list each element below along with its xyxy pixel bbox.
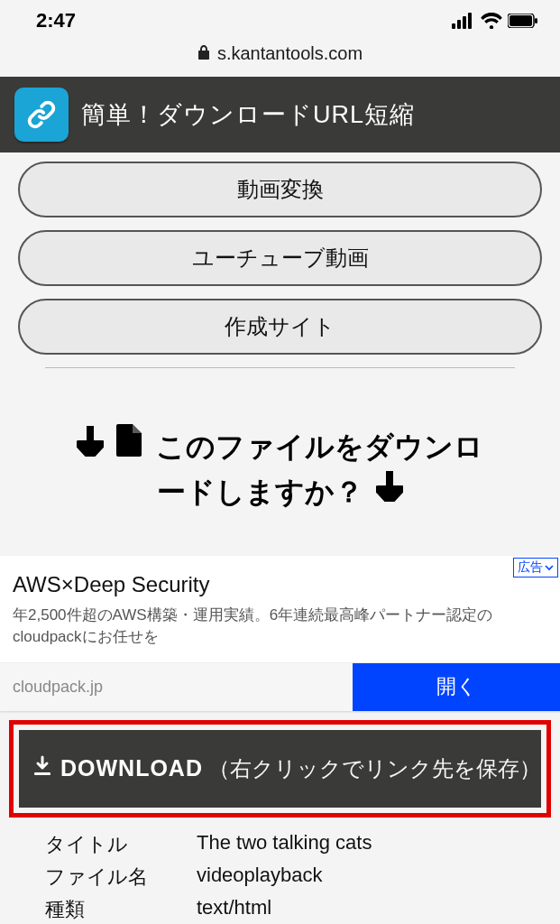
meta-value: The two talking cats <box>197 831 372 858</box>
prompt-line2: ードしますか？ <box>157 470 363 515</box>
nav-label: ユーチューブ動画 <box>192 244 369 273</box>
file-meta: タイトル The two talking cats ファイル名 videopla… <box>0 825 560 924</box>
svg-rect-7 <box>34 772 50 775</box>
ad-card: 広告 AWS×Deep Security 年2,500件超のAWS構築・運用実績… <box>0 556 560 711</box>
meta-key: タイトル <box>45 831 162 858</box>
ad-domain: cloudpack.jp <box>0 663 353 711</box>
nav-label: 動画変換 <box>237 175 324 204</box>
meta-row: ファイル名 videoplayback <box>45 861 560 893</box>
browser-host: s.kantantools.com <box>217 43 363 64</box>
arrow-down-icon <box>77 425 104 470</box>
chevron-down-icon <box>545 560 554 575</box>
download-hint: （右クリックでリンク先を保存） <box>208 754 541 783</box>
svg-rect-6 <box>535 18 537 23</box>
svg-rect-5 <box>510 15 532 26</box>
arrow-down-icon <box>376 470 403 515</box>
ad-open-button[interactable]: 開く <box>353 663 560 711</box>
wifi-icon <box>481 13 502 29</box>
svg-rect-1 <box>457 20 461 29</box>
ad-badge-label: 広告 <box>518 559 543 576</box>
meta-value: text/html <box>197 896 271 923</box>
battery-icon <box>508 14 538 28</box>
meta-value: videoplayback <box>197 864 322 891</box>
status-time: 2:47 <box>36 9 76 32</box>
nav-item-video-convert[interactable]: 動画変換 <box>18 162 542 217</box>
download-icon <box>32 755 53 782</box>
status-indicators <box>452 13 538 29</box>
meta-row: タイトル The two talking cats <box>45 828 560 861</box>
ad-cta-label: 開く <box>436 673 477 700</box>
nav-item-youtube[interactable]: ユーチューブ動画 <box>18 230 542 286</box>
nav-label: 作成サイト <box>225 312 335 341</box>
meta-key: ファイル名 <box>45 864 162 891</box>
svg-rect-2 <box>463 16 466 29</box>
divider <box>45 367 515 368</box>
link-icon <box>14 88 69 142</box>
ad-badge[interactable]: 広告 <box>513 558 558 578</box>
svg-rect-3 <box>468 13 472 29</box>
browser-address-bar[interactable]: s.kantantools.com <box>0 38 560 77</box>
signal-icon <box>452 13 475 29</box>
download-label: DOWNLOAD <box>60 755 203 781</box>
svg-rect-0 <box>452 23 455 29</box>
meta-row: 種類 text/html <box>45 893 560 924</box>
lock-icon <box>197 45 210 63</box>
download-button[interactable]: DOWNLOAD （右クリックでリンク先を保存） <box>19 730 541 808</box>
file-icon <box>116 424 143 470</box>
meta-key: 種類 <box>45 896 162 923</box>
nav-pills: 動画変換 ユーチューブ動画 作成サイト <box>0 152 560 375</box>
ad-body: 年2,500件超のAWS構築・運用実績。6年連続最高峰パートナー認定のcloud… <box>0 605 560 662</box>
ad-footer: cloudpack.jp 開く <box>0 662 560 711</box>
page-title: 簡単！ダウンロードURL短縮 <box>81 98 415 131</box>
status-bar: 2:47 <box>0 0 560 38</box>
ad-title[interactable]: AWS×Deep Security <box>0 556 560 605</box>
download-prompt-heading: このファイルをダウンロ ードしますか？ <box>0 375 560 541</box>
page-header: 簡単！ダウンロードURL短縮 <box>0 77 560 152</box>
nav-item-create-site[interactable]: 作成サイト <box>18 299 542 355</box>
prompt-line1: このファイルをダウンロ <box>156 425 483 470</box>
highlight-annotation: DOWNLOAD （右クリックでリンク先を保存） <box>9 720 551 818</box>
